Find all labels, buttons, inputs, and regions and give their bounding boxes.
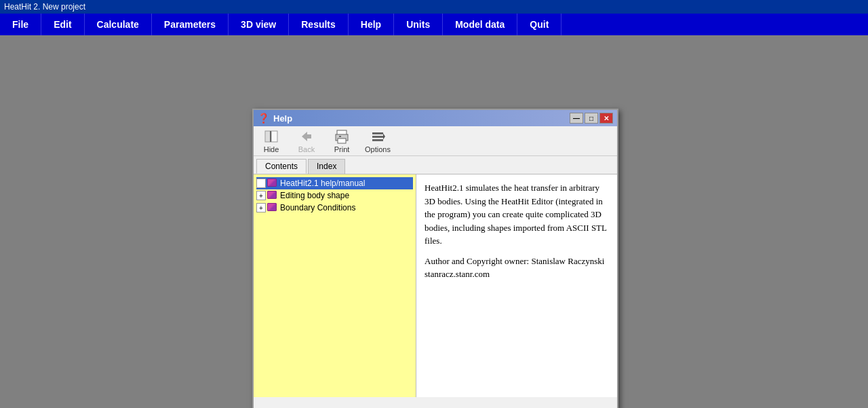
print-label: Print bbox=[334, 145, 350, 153]
close-button[interactable]: ✕ bbox=[599, 113, 613, 124]
menu-file[interactable]: File bbox=[0, 14, 41, 35]
menu-parameters[interactable]: Parameters bbox=[152, 14, 229, 35]
back-icon bbox=[299, 129, 314, 144]
dialog-titlebar-left: ❓ Help bbox=[258, 113, 292, 124]
hide-label: Hide bbox=[264, 145, 279, 153]
menu-bar: File Edit Calculate Parameters 3D view R… bbox=[0, 14, 868, 35]
title-bar: HeatHit 2. New project bbox=[0, 0, 868, 14]
tree-label-1: HeatHit2.1 help/manual bbox=[280, 179, 365, 188]
menu-3dview[interactable]: 3D view bbox=[229, 14, 289, 35]
book-icon-1 bbox=[267, 179, 278, 188]
dialog-toolbar: Hide Back P bbox=[254, 126, 617, 156]
expand-icon-2[interactable]: + bbox=[256, 191, 266, 200]
svg-rect-0 bbox=[265, 131, 271, 142]
help-dialog: ❓ Help — □ ✕ Hide bbox=[252, 109, 618, 408]
svg-rect-10 bbox=[372, 139, 383, 141]
svg-rect-9 bbox=[372, 136, 383, 138]
tab-contents[interactable]: Contents bbox=[256, 159, 307, 174]
dialog-titlebar: ❓ Help — □ ✕ bbox=[254, 110, 617, 126]
menu-edit[interactable]: Edit bbox=[41, 14, 84, 35]
print-button[interactable]: Print bbox=[330, 129, 354, 153]
expand-icon-1[interactable]: + bbox=[256, 179, 266, 188]
content-paragraph-1: HeatHit2.1 simulates the heat transfer i… bbox=[425, 181, 609, 248]
svg-marker-11 bbox=[383, 133, 385, 139]
menu-units[interactable]: Units bbox=[394, 14, 443, 35]
tree-item-2[interactable]: + Editing body shape bbox=[256, 189, 413, 202]
hide-icon bbox=[264, 129, 279, 144]
dialog-controls: — □ ✕ bbox=[570, 113, 613, 124]
options-icon bbox=[370, 129, 385, 144]
tree-label-3: Boundary Conditions bbox=[280, 203, 355, 212]
svg-rect-7 bbox=[339, 136, 341, 137]
dialog-title: Help bbox=[273, 113, 292, 124]
svg-rect-1 bbox=[271, 131, 277, 142]
menu-model-data[interactable]: Model data bbox=[443, 14, 517, 35]
tab-index[interactable]: Index bbox=[308, 159, 345, 174]
svg-rect-6 bbox=[338, 138, 346, 143]
menu-calculate[interactable]: Calculate bbox=[85, 14, 152, 35]
svg-rect-8 bbox=[372, 132, 383, 134]
options-button[interactable]: Options bbox=[365, 129, 391, 153]
back-label: Back bbox=[298, 145, 315, 153]
options-label: Options bbox=[365, 145, 391, 153]
tree-item-3[interactable]: + Boundary Conditions bbox=[256, 202, 413, 214]
menu-results[interactable]: Results bbox=[289, 14, 349, 35]
maximize-button[interactable]: □ bbox=[585, 113, 598, 124]
content-panel: HeatHit2.1 simulates the heat transfer i… bbox=[416, 174, 617, 397]
content-paragraph-3: stanracz.stanr.com bbox=[425, 267, 609, 281]
tree-item-1[interactable]: + HeatHit2.1 help/manual bbox=[256, 177, 413, 189]
dialog-body: + HeatHit2.1 help/manual + Editing body … bbox=[254, 174, 617, 397]
menu-quit[interactable]: Quit bbox=[517, 14, 561, 35]
menu-help[interactable]: Help bbox=[349, 14, 394, 35]
dialog-help-icon: ❓ bbox=[258, 113, 269, 124]
title-text: HeatHit 2. New project bbox=[4, 2, 85, 12]
minimize-button[interactable]: — bbox=[570, 113, 583, 124]
book-icon-3 bbox=[267, 203, 278, 212]
book-icon-2 bbox=[267, 191, 278, 200]
print-icon bbox=[334, 129, 349, 144]
svg-marker-3 bbox=[302, 132, 311, 141]
expand-icon-3[interactable]: + bbox=[256, 203, 266, 212]
back-button[interactable]: Back bbox=[294, 129, 319, 153]
content-paragraph-2: Author and Copyright owner: Stanislaw Ra… bbox=[425, 255, 609, 268]
tree-panel: + HeatHit2.1 help/manual + Editing body … bbox=[254, 174, 416, 397]
main-area: ❓ Help — □ ✕ Hide bbox=[0, 35, 868, 408]
hide-button[interactable]: Hide bbox=[259, 129, 283, 153]
tree-label-2: Editing body shape bbox=[280, 191, 349, 200]
tab-strip: Contents Index bbox=[254, 156, 617, 174]
